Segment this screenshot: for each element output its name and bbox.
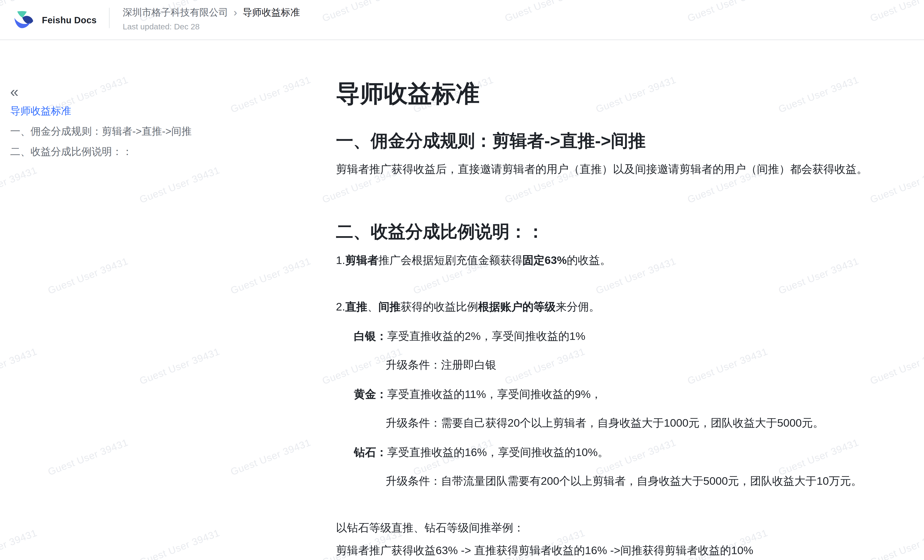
level-list: 白银：享受直推收益的2%，享受间推收益的1% 升级条件：注册即白银 黄金：享受直… <box>336 327 912 490</box>
level-gold-benefit: 享受直推收益的11%，享受间推收益的9%， <box>387 388 602 400</box>
level-diamond-benefit: 享受直推收益的16%，享受间推收益的10%。 <box>387 446 609 458</box>
list-marker-1: 1. <box>336 254 345 267</box>
header: Feishu Docs 深圳市格子科技有限公司 › 导师收益标准 Last up… <box>0 0 924 40</box>
level-gold-name: 黄金： <box>354 388 387 400</box>
level-silver-condition: 升级条件：注册即白银 <box>336 356 912 374</box>
page: Guest User 39431Guest User 39431Guest Us… <box>0 0 924 560</box>
level-diamond-name: 钻石： <box>354 446 387 458</box>
outline-item-section1[interactable]: 一、佣金分成规则：剪辑者->直推->间推 <box>10 121 298 142</box>
list-item-2: 2.直推、间推获得的收益比例根据账户的等级来分佣。 <box>336 298 912 316</box>
level-gold-condition: 升级条件：需要自己获得20个以上剪辑者，自身收益大于1000元，团队收益大于50… <box>336 414 912 432</box>
section1-heading: 一、佣金分成规则：剪辑者->直推->间推 <box>336 129 912 152</box>
list-marker-2: 2. <box>336 300 345 313</box>
breadcrumb-current: 导师收益标准 <box>242 6 300 19</box>
outline-nav: 导师收益标准 一、佣金分成规则：剪辑者->直推->间推 二、收益分成比例说明：： <box>10 101 298 162</box>
header-divider <box>109 7 110 28</box>
feishu-logo-icon <box>14 10 33 29</box>
breadcrumb-block: 深圳市格子科技有限公司 › 导师收益标准 Last updated: Dec 2… <box>123 6 300 32</box>
document-body: 导师收益标准 一、佣金分成规则：剪辑者->直推->间推 剪辑者推广获得收益后，直… <box>336 40 912 560</box>
level-diamond-condition: 升级条件：自带流量团队需要有200个以上剪辑者，自身收益大于5000元，团队收益… <box>336 472 912 490</box>
list-text-1: 剪辑者推广会根据短剧充值金额获得固定63%的收益。 <box>345 254 611 267</box>
last-updated: Last updated: Dec 28 <box>123 21 300 32</box>
example-flow: 剪辑者推广获得收益63% -> 直推获得剪辑者收益的16% ->间推获得剪辑者收… <box>336 542 912 560</box>
example-intro: 以钻石等级直推、钻石等级间推举例： <box>336 519 912 537</box>
app-name: Feishu Docs <box>42 15 96 25</box>
doc-title: 导师收益标准 <box>336 78 912 109</box>
list-text-2: 直推、间推获得的收益比例根据账户的等级来分佣。 <box>345 300 600 313</box>
outline-item-section2[interactable]: 二、收益分成比例说明：： <box>10 142 298 162</box>
level-diamond: 钻石：享受直推收益的16%，享受间推收益的10%。 <box>336 443 912 461</box>
feishu-logo[interactable]: Feishu Docs <box>14 0 96 40</box>
level-silver-benefit: 享受直推收益的2%，享受间推收益的1% <box>387 329 585 342</box>
outline-item-title[interactable]: 导师收益标准 <box>10 101 298 121</box>
outline-sidebar: « 导师收益标准 一、佣金分成规则：剪辑者->直推->间推 二、收益分成比例说明… <box>10 85 298 162</box>
breadcrumb: 深圳市格子科技有限公司 › 导师收益标准 <box>123 6 300 19</box>
level-silver-name: 白银： <box>354 329 387 342</box>
breadcrumb-workspace[interactable]: 深圳市格子科技有限公司 <box>123 6 228 19</box>
section2-heading: 二、收益分成比例说明：： <box>336 220 912 243</box>
list-item-1: 1.剪辑者推广会根据短剧充值金额获得固定63%的收益。 <box>336 251 912 269</box>
level-silver: 白银：享受直推收益的2%，享受间推收益的1% <box>336 327 912 345</box>
section1-paragraph: 剪辑者推广获得收益后，直接邀请剪辑者的用户（直推）以及间接邀请剪辑者的用户（间推… <box>336 160 912 178</box>
collapse-sidebar-icon[interactable]: « <box>10 85 25 99</box>
breadcrumb-separator-icon: › <box>234 6 237 18</box>
level-gold: 黄金：享受直推收益的11%，享受间推收益的9%， <box>336 385 912 403</box>
